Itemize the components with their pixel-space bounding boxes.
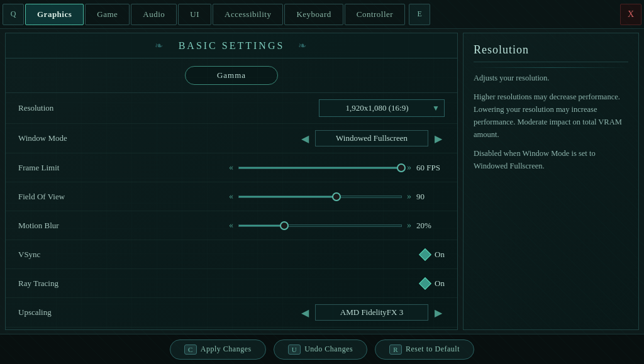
undo-key-icon: U <box>288 345 301 355</box>
ray-tracing-value: On <box>435 279 445 289</box>
info-panel: Resolution Adjusts your resolution. High… <box>463 33 639 330</box>
reset-to-default-button[interactable]: R Reset to Default <box>375 339 474 360</box>
apply-changes-button[interactable]: C Apply Changes <box>170 339 266 360</box>
field-of-view-label: Field Of View <box>18 192 144 202</box>
ray-tracing-toggle-icon <box>419 277 431 290</box>
ray-tracing-toggle-control[interactable]: On <box>144 279 445 289</box>
setting-row-window-mode: Window Mode ◀ Windowed Fullscreen ▶ <box>6 124 457 153</box>
window-mode-value: Windowed Fullscreen <box>315 130 428 146</box>
resolution-label: Resolution <box>18 103 144 113</box>
info-title: Resolution <box>474 43 628 62</box>
motion-blur-next-double-icon[interactable] <box>407 221 411 231</box>
tab-game[interactable]: Game <box>85 4 130 25</box>
resolution-dropdown-wrapper[interactable]: 1,920x1,080 (16:9) ▼ <box>319 99 445 117</box>
frame-limit-prev-double-icon[interactable] <box>229 163 233 173</box>
bottom-bar: C Apply Changes U Undo Changes R Reset t… <box>0 334 644 364</box>
motion-blur-slider-thumb[interactable] <box>280 221 289 230</box>
motion-blur-label: Motion Blur <box>18 221 144 231</box>
motion-blur-slider-track[interactable] <box>238 224 402 227</box>
field-of-view-slider-thumb[interactable] <box>332 192 341 201</box>
setting-row-fsr-quality: FSR Super Resolution Quality ◀ Quality ▶ <box>6 328 457 330</box>
upscaling-value: AMD FidelityFX 3 <box>315 304 428 321</box>
apply-key-icon: C <box>184 345 197 355</box>
tab-audio[interactable]: Audio <box>131 4 177 25</box>
info-paragraph-2: Higher resolutions may decrease performa… <box>474 91 628 141</box>
field-of-view-control: 90 <box>144 192 445 202</box>
e-icon-button[interactable]: E <box>409 4 430 25</box>
upscaling-control: ◀ AMD FidelityFX 3 ▶ <box>144 304 445 321</box>
tab-keyboard[interactable]: Keyboard <box>284 4 343 25</box>
undo-changes-button[interactable]: U Undo Changes <box>274 339 367 360</box>
upscaling-arrow-control: ◀ AMD FidelityFX 3 ▶ <box>144 304 445 321</box>
nav-bar: Q Graphics Game Audio UI Accessibility K… <box>0 0 644 29</box>
setting-row-ray-tracing: Ray Tracing On <box>6 269 457 298</box>
field-of-view-value: 90 <box>416 192 445 202</box>
fov-next-double-icon[interactable] <box>407 192 411 202</box>
window-mode-label: Window Mode <box>18 133 144 143</box>
q-icon-button[interactable]: Q <box>3 4 24 25</box>
upscaling-label: Upscaling <box>18 307 144 317</box>
tab-graphics[interactable]: Graphics <box>25 4 84 25</box>
motion-blur-slider-fill <box>239 225 284 226</box>
ray-tracing-label: Ray Tracing <box>18 279 144 289</box>
setting-row-frame-limit: Frame Limit 60 FPS <box>6 153 457 182</box>
motion-blur-slider-control: 20% <box>144 221 445 231</box>
frame-limit-label: Frame Limit <box>18 163 144 173</box>
setting-row-vsync: VSync On <box>6 240 457 269</box>
frame-limit-next-double-icon[interactable] <box>407 163 411 173</box>
vsync-toggle-control[interactable]: On <box>144 250 445 260</box>
info-paragraph-1: Adjusts your resolution. <box>474 72 628 84</box>
window-mode-prev-button[interactable]: ◀ <box>299 133 311 145</box>
frame-limit-slider-control: 60 FPS <box>144 163 445 173</box>
window-mode-next-button[interactable]: ▶ <box>432 133 445 145</box>
resolution-control: 1,920x1,080 (16:9) ▼ <box>144 99 445 117</box>
setting-row-field-of-view: Field Of View 90 <box>6 182 457 211</box>
info-paragraph-3: Disabled when Window Mode is set to Wind… <box>474 147 628 172</box>
ray-tracing-control: On <box>144 279 445 289</box>
frame-limit-slider-thumb[interactable] <box>397 163 406 172</box>
vsync-label: VSync <box>18 250 144 260</box>
tab-controller[interactable]: Controller <box>345 4 405 25</box>
field-of-view-slider-track[interactable] <box>238 196 402 198</box>
settings-panel: Basic Settings Gamma Resolution 1,920x1,… <box>5 33 458 330</box>
field-of-view-slider-fill <box>239 196 336 197</box>
motion-blur-control: 20% <box>144 221 445 231</box>
frame-limit-value: 60 FPS <box>416 163 445 173</box>
window-mode-control: ◀ Windowed Fullscreen ▶ <box>144 130 445 146</box>
resolution-dropdown[interactable]: 1,920x1,080 (16:9) <box>319 99 445 117</box>
vsync-control: On <box>144 250 445 260</box>
setting-row-resolution: Resolution 1,920x1,080 (16:9) ▼ <box>6 93 457 124</box>
main-content: Basic Settings Gamma Resolution 1,920x1,… <box>0 29 644 334</box>
vsync-toggle-icon <box>419 248 431 261</box>
fov-prev-double-icon[interactable] <box>229 192 233 202</box>
field-of-view-slider-control: 90 <box>144 192 445 202</box>
upscaling-prev-button[interactable]: ◀ <box>299 307 311 319</box>
panel-title: Basic Settings <box>6 33 457 58</box>
info-text: Adjusts your resolution. Higher resoluti… <box>474 72 628 172</box>
tab-accessibility[interactable]: Accessibility <box>213 4 283 25</box>
gamma-button[interactable]: Gamma <box>185 66 278 85</box>
frame-limit-control: 60 FPS <box>144 163 445 173</box>
window-mode-arrow-control: ◀ Windowed Fullscreen ▶ <box>144 130 445 146</box>
reset-key-icon: R <box>389 345 402 355</box>
info-divider <box>474 67 628 68</box>
frame-limit-slider-fill <box>239 167 401 168</box>
settings-list: Resolution 1,920x1,080 (16:9) ▼ Window M… <box>6 93 457 330</box>
upscaling-next-button[interactable]: ▶ <box>432 307 445 319</box>
motion-blur-value: 20% <box>416 221 445 231</box>
gamma-container: Gamma <box>6 58 457 93</box>
tab-ui[interactable]: UI <box>178 4 211 25</box>
vsync-value: On <box>435 250 445 260</box>
frame-limit-slider-track[interactable] <box>238 167 402 169</box>
close-button[interactable]: X <box>620 4 641 25</box>
setting-row-upscaling: Upscaling ◀ AMD FidelityFX 3 ▶ <box>6 298 457 328</box>
setting-row-motion-blur: Motion Blur 20% <box>6 211 457 240</box>
motion-blur-prev-double-icon[interactable] <box>229 221 233 231</box>
